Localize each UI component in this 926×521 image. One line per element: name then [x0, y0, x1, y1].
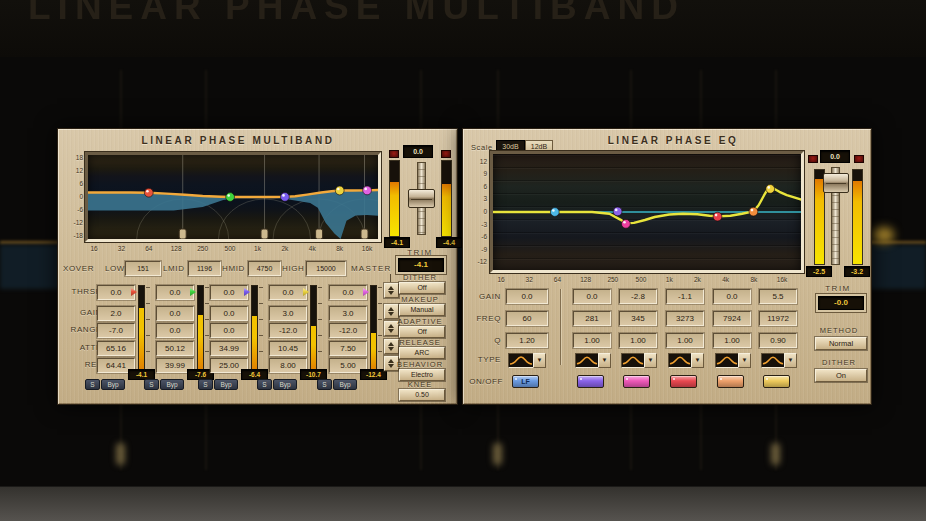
band5-range[interactable]: -12.0	[329, 323, 367, 338]
eq-band5-onoff-button[interactable]	[717, 375, 744, 388]
xover-low-value[interactable]: 151	[125, 261, 161, 276]
eq-master-fader-knob[interactable]	[823, 173, 849, 193]
band3-gain[interactable]: 0.0	[210, 306, 248, 321]
eq-band4-onoff-button[interactable]	[670, 375, 697, 388]
eq-curve[interactable]	[493, 188, 801, 224]
eq-band4-q[interactable]: 1.00	[666, 333, 704, 348]
eq-band2-type-dropdown[interactable]: ▼	[598, 353, 611, 368]
eq-band1-gain[interactable]: 0.0	[506, 289, 548, 304]
eq-curve-graph[interactable]	[493, 154, 801, 270]
band4-attk[interactable]: 10.45	[269, 341, 307, 356]
eq-clip-led-right[interactable]	[854, 155, 864, 163]
band4-bypass-button[interactable]: Byp	[273, 379, 297, 390]
peak-readout[interactable]: 0.0	[403, 145, 433, 158]
eq-clip-led-left[interactable]	[808, 155, 818, 163]
dither-button[interactable]: Off	[399, 282, 445, 294]
eq-band4-type-dropdown[interactable]: ▼	[691, 353, 704, 368]
band4-meter-bar[interactable]	[310, 285, 317, 371]
band5-meter-bar[interactable]	[370, 285, 377, 371]
band4-gain[interactable]: 3.0	[269, 306, 307, 321]
band1-range[interactable]: -7.0	[97, 323, 135, 338]
clip-led-left[interactable]	[389, 150, 399, 158]
band4-thrsh[interactable]: 0.0	[269, 285, 307, 300]
band2-solo-button[interactable]: S	[144, 379, 159, 390]
band-dot[interactable]	[713, 212, 722, 221]
band5-solo-button[interactable]: S	[317, 379, 332, 390]
band3-range[interactable]: 0.0	[210, 323, 248, 338]
crossover-handle[interactable]	[316, 229, 323, 239]
eq-band3-gain[interactable]: -2.8	[619, 289, 657, 304]
band1-gain[interactable]: 2.0	[97, 306, 135, 321]
eq-band6-type-dropdown[interactable]: ▼	[784, 353, 797, 368]
method-button[interactable]: Normal	[815, 337, 867, 350]
eq-band2-onoff-button[interactable]	[577, 375, 604, 388]
band1-meter-bar[interactable]	[138, 285, 145, 371]
eq-band2-type-icon[interactable]	[575, 353, 599, 368]
release-button[interactable]: ARC	[399, 347, 445, 359]
crossover-handle[interactable]	[261, 229, 268, 239]
band-dot[interactable]	[144, 188, 153, 197]
eq-band2-freq[interactable]: 281	[573, 311, 611, 326]
band1-attk[interactable]: 65.16	[97, 341, 135, 356]
eq-band1-onoff-button[interactable]: LF	[512, 375, 539, 388]
band-dot[interactable]	[766, 185, 775, 194]
band5-gain[interactable]: 3.0	[329, 306, 367, 321]
eq-band6-onoff-button[interactable]	[763, 375, 790, 388]
eq-band6-q[interactable]: 0.90	[759, 333, 797, 348]
eq-band5-freq[interactable]: 7924	[713, 311, 751, 326]
band2-attk[interactable]: 50.12	[156, 341, 194, 356]
xover-high-value[interactable]: 15000	[306, 261, 346, 276]
band-dot[interactable]	[363, 186, 372, 195]
adaptive-button[interactable]: Off	[399, 326, 445, 338]
eq-band2-q[interactable]: 1.00	[573, 333, 611, 348]
eq-band3-onoff-button[interactable]	[623, 375, 650, 388]
eq-band5-type-icon[interactable]	[715, 353, 739, 368]
band1-bypass-button[interactable]: Byp	[101, 379, 125, 390]
band1-solo-button[interactable]: S	[85, 379, 100, 390]
band2-meter-bar[interactable]	[197, 285, 204, 371]
eq-band4-gain[interactable]: -1.1	[666, 289, 704, 304]
master-fader-knob[interactable]	[408, 189, 435, 208]
band1-thrsh[interactable]: 0.0	[97, 285, 135, 300]
eq-band1-q[interactable]: 1.20	[506, 333, 548, 348]
clip-led-right[interactable]	[441, 150, 451, 158]
eq-band6-freq[interactable]: 11972	[759, 311, 797, 326]
knee-button[interactable]: 0.50	[399, 389, 445, 401]
makeup-button[interactable]: Manual	[399, 304, 445, 316]
band-dot[interactable]	[550, 208, 559, 217]
band-dot[interactable]	[613, 207, 622, 216]
band4-range[interactable]: -12.0	[269, 323, 307, 338]
band3-thrsh[interactable]: 0.0	[210, 285, 248, 300]
eq-band6-gain[interactable]: 5.5	[759, 289, 797, 304]
eq-dither-button[interactable]: On	[815, 369, 867, 382]
eq-band4-freq[interactable]: 3273	[666, 311, 704, 326]
eq-trim-value[interactable]: -0.0	[818, 296, 864, 310]
xover-lmid-value[interactable]: 1196	[188, 261, 221, 276]
band5-bypass-button[interactable]: Byp	[333, 379, 357, 390]
eq-peak-readout[interactable]: 0.0	[820, 150, 850, 163]
eq-band5-q[interactable]: 1.00	[713, 333, 751, 348]
band5-attk[interactable]: 7.50	[329, 341, 367, 356]
eq-band3-q[interactable]: 1.00	[619, 333, 657, 348]
multiband-eq-graph[interactable]	[88, 155, 378, 239]
band-dot[interactable]	[749, 207, 758, 216]
band3-meter-bar[interactable]	[251, 285, 258, 371]
trim-value[interactable]: -4.1	[398, 258, 444, 272]
band2-range[interactable]: 0.0	[156, 323, 194, 338]
crossover-handle[interactable]	[361, 229, 368, 239]
band-dot[interactable]	[335, 186, 344, 195]
eq-band6-type-icon[interactable]	[761, 353, 785, 368]
band2-bypass-button[interactable]: Byp	[160, 379, 184, 390]
eq-band5-gain[interactable]: 0.0	[713, 289, 751, 304]
eq-band3-type-dropdown[interactable]: ▼	[644, 353, 657, 368]
eq-band1-freq[interactable]: 60	[506, 311, 548, 326]
band5-thrsh[interactable]: 0.0	[329, 285, 367, 300]
eq-band3-type-icon[interactable]	[621, 353, 645, 368]
band-dot[interactable]	[622, 219, 631, 228]
eq-band3-freq[interactable]: 345	[619, 311, 657, 326]
band3-bypass-button[interactable]: Byp	[214, 379, 238, 390]
band4-solo-button[interactable]: S	[257, 379, 272, 390]
eq-band1-type-dropdown[interactable]: ▼	[533, 353, 546, 368]
band3-solo-button[interactable]: S	[198, 379, 213, 390]
band2-thrsh[interactable]: 0.0	[156, 285, 194, 300]
